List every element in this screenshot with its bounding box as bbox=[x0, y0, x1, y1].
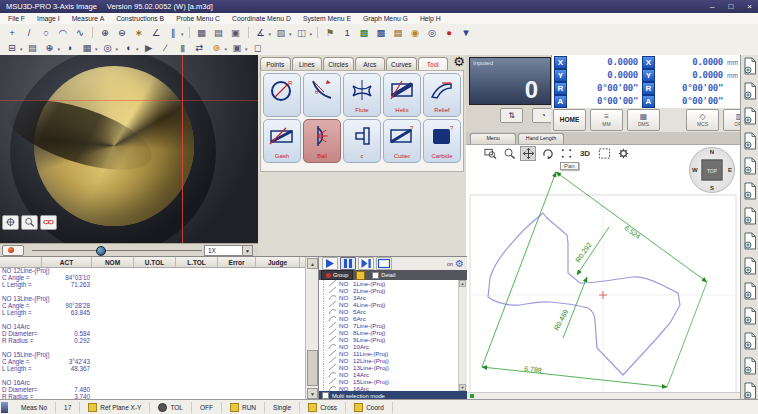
tab-lines[interactable]: Lines bbox=[292, 57, 323, 70]
circle-diameter-tool-button[interactable]: R bbox=[263, 73, 301, 117]
axis-a-button[interactable]: A bbox=[642, 95, 655, 108]
scroll-down-icon[interactable]: ▼ bbox=[307, 388, 318, 399]
feature-item[interactable]: NO11Line-(Proj) bbox=[319, 350, 459, 357]
add-page-button[interactable] bbox=[743, 82, 757, 104]
carbide-tool-button[interactable]: ?Carbide bbox=[423, 119, 461, 163]
add-page-button[interactable] bbox=[743, 57, 757, 79]
feature-item[interactable]: NO10Arc bbox=[319, 343, 459, 350]
feature-item[interactable]: NO8Line-(Proj) bbox=[319, 329, 459, 336]
gash-tool-button[interactable]: Gash bbox=[263, 119, 301, 163]
step-button[interactable] bbox=[358, 257, 374, 270]
circle-target-dropdown-caret[interactable]: ▾ bbox=[116, 46, 119, 52]
add-page-button[interactable] bbox=[743, 232, 757, 254]
menu-item-constructions[interactable]: Constructions B bbox=[116, 15, 164, 22]
target-button[interactable] bbox=[2, 215, 19, 230]
scroll-thumb[interactable] bbox=[307, 350, 318, 386]
pan-button[interactable] bbox=[520, 146, 536, 161]
tab-arcs[interactable]: Arcs bbox=[355, 57, 386, 70]
menu-item-help[interactable]: Help H bbox=[420, 15, 441, 22]
select-box-button[interactable] bbox=[596, 146, 612, 161]
compass-west[interactable]: W bbox=[692, 167, 698, 173]
monitor-icon[interactable]: ▣ bbox=[228, 25, 244, 40]
run-button[interactable] bbox=[322, 257, 338, 270]
pattern-grid-icon[interactable]: ▦ bbox=[194, 25, 210, 40]
menu-item-system[interactable]: System Menu E bbox=[303, 15, 351, 22]
cad-view[interactable]: 3D Pan N S W E TOP 6.524 6 bbox=[466, 145, 740, 399]
multi-selection-checkbox[interactable] bbox=[322, 392, 329, 399]
menu-item-file[interactable]: File F bbox=[8, 15, 25, 22]
image-menu-icon[interactable]: ▧ bbox=[273, 25, 289, 40]
win-split-icon[interactable]: ⊟ bbox=[4, 40, 20, 55]
cad-horizontal-scrollbar[interactable] bbox=[466, 392, 740, 399]
gear-icon[interactable]: ⚙ bbox=[455, 259, 464, 269]
pattern-teach-icon[interactable]: ▤ bbox=[211, 25, 227, 40]
c-tool-button[interactable]: c bbox=[343, 119, 381, 163]
win-list-icon[interactable]: ▤ bbox=[25, 40, 41, 55]
add-page-button[interactable] bbox=[743, 282, 757, 304]
compass-south[interactable]: S bbox=[710, 185, 714, 191]
zoom-button[interactable] bbox=[501, 146, 517, 161]
folder-icon[interactable] bbox=[356, 271, 365, 280]
helix-tool-button[interactable]: Helix bbox=[383, 73, 421, 117]
link-button[interactable] bbox=[40, 215, 57, 230]
board-copy-icon[interactable]: ▩ bbox=[373, 25, 389, 40]
menu-item-measure[interactable]: Measure A bbox=[72, 15, 105, 22]
bar-icon[interactable]: ▮ bbox=[175, 40, 191, 55]
feature-item[interactable]: NO12Line-(Proj) bbox=[319, 357, 459, 364]
add-page-button[interactable] bbox=[743, 257, 757, 279]
add-page-button[interactable] bbox=[743, 182, 757, 204]
curve-icon[interactable]: ∿ bbox=[72, 25, 88, 40]
finder-icon[interactable]: ◎ bbox=[424, 25, 440, 40]
feature-item[interactable]: NO15Line-(Proj) bbox=[319, 378, 459, 385]
add-page-button[interactable] bbox=[743, 207, 757, 229]
view-settings-button[interactable] bbox=[615, 146, 631, 161]
compass-top-face[interactable]: TOP bbox=[702, 160, 723, 181]
feature-item[interactable]: NO3Arc bbox=[319, 294, 459, 301]
dms-button[interactable]: ▦DMS bbox=[627, 109, 660, 131]
feature-item[interactable]: NO13Line-(Proj) bbox=[319, 364, 459, 371]
screen-button[interactable] bbox=[376, 257, 392, 270]
half-left-icon[interactable]: ◖ bbox=[120, 40, 136, 55]
add-page-button[interactable] bbox=[743, 107, 757, 129]
record-icon[interactable]: ● bbox=[441, 25, 457, 40]
cutter-tool-button[interactable]: ?Cutter bbox=[383, 119, 421, 163]
edge-play-icon[interactable]: ▶ bbox=[141, 40, 157, 55]
target-move-dropdown-caret[interactable]: ▾ bbox=[58, 46, 61, 52]
zoom-slider-track[interactable] bbox=[32, 250, 202, 251]
feature-item[interactable]: NO9Line-(Proj) bbox=[319, 336, 459, 343]
feature-item[interactable]: NO1Line-(Proj) bbox=[319, 280, 459, 287]
relief-tool-button[interactable]: Relief bbox=[423, 73, 461, 117]
resize-icon[interactable]: ◻ bbox=[250, 40, 266, 55]
rotate-button[interactable] bbox=[539, 146, 555, 161]
axis-x-button[interactable]: X bbox=[554, 56, 567, 69]
zoom-slider-handle[interactable] bbox=[96, 246, 106, 256]
close-button[interactable]: × bbox=[747, 2, 752, 11]
light-ball-button[interactable] bbox=[2, 245, 24, 256]
picture-menu-dropdown-caret[interactable]: ▾ bbox=[310, 31, 313, 37]
tab-curves[interactable]: Curves bbox=[386, 57, 417, 70]
chevron-down-icon[interactable]: ▼ bbox=[242, 246, 252, 255]
target-move-icon[interactable]: ⊕ bbox=[42, 40, 58, 55]
win-split-dropdown-caret[interactable]: ▾ bbox=[20, 46, 23, 52]
line-draw-icon[interactable]: ∕ bbox=[158, 40, 174, 55]
tab-detail[interactable]: Detail bbox=[368, 271, 399, 279]
axis-x-button[interactable]: X bbox=[642, 56, 655, 69]
results-scrollbar[interactable]: ▲ ▼ bbox=[305, 257, 318, 400]
ball-tool-button[interactable]: Ball bbox=[303, 119, 341, 163]
add-page-button[interactable] bbox=[743, 357, 757, 379]
parallel-icon[interactable]: ∥ bbox=[165, 25, 181, 40]
gear-icon[interactable]: ⚙ bbox=[453, 55, 465, 69]
feature-item[interactable]: NO14Arc bbox=[319, 371, 459, 378]
scroll-up-icon[interactable]: ▲ bbox=[307, 258, 318, 269]
mm-button[interactable]: ≡MM bbox=[590, 109, 623, 131]
arc-icon[interactable]: ◠ bbox=[55, 25, 71, 40]
select-box-icon[interactable]: ▣ bbox=[229, 40, 245, 55]
circle-icon[interactable]: ○ bbox=[38, 25, 54, 40]
board-edit-icon[interactable]: ▩ bbox=[356, 25, 372, 40]
save-icon[interactable]: ▼ bbox=[458, 25, 474, 40]
construct-angle-dropdown-caret[interactable]: ▾ bbox=[269, 31, 272, 37]
minimize-button[interactable]: – bbox=[710, 2, 714, 11]
point-icon[interactable]: + bbox=[4, 25, 20, 40]
swap-axes-button[interactable]: ⇅ bbox=[500, 108, 523, 123]
axis-a-button[interactable]: A bbox=[554, 95, 567, 108]
